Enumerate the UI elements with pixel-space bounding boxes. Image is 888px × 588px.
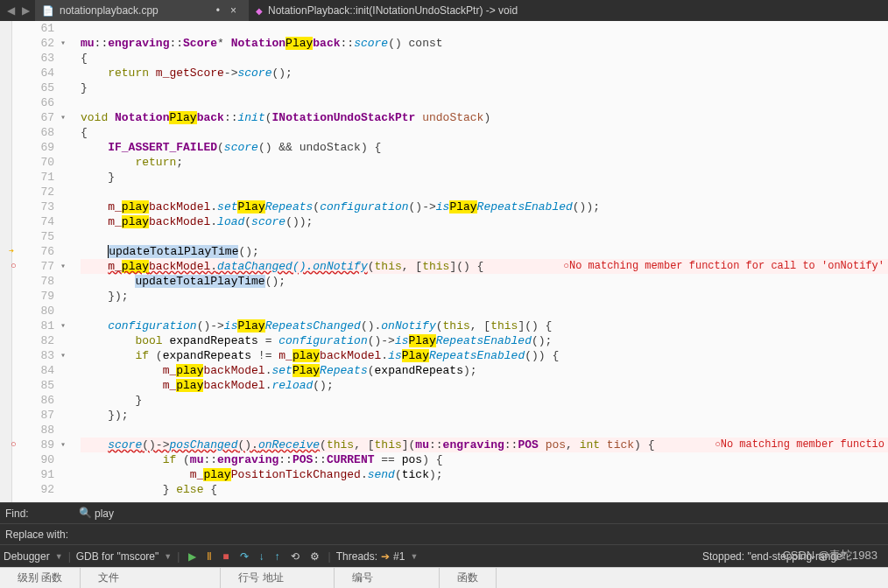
continue-icon[interactable]: ▶ [185,550,200,563]
tool-icon[interactable]: ⚙ [307,550,323,563]
code-line[interactable]: m_playbackModel.setPlayRepeats(expandRep… [81,363,888,378]
code-line[interactable] [81,21,888,36]
code-line[interactable]: configuration()->isPlayRepeatsChanged().… [81,318,888,333]
code-line[interactable]: } [81,393,888,408]
debug-toolbar: Debugger ▼ | GDB for "mscore" ▼ | ▶ Ⅱ ■ … [0,544,888,567]
breakpoint-icon[interactable]: ○ [11,259,17,274]
code-line[interactable]: m_playbackModel.setPlayRepeats(configura… [81,200,888,214]
gutter-line[interactable]: 75 [12,229,68,244]
gutter-line[interactable]: 83▾ [12,348,68,363]
code-line[interactable]: void NotationPlayback::init(INotationUnd… [81,110,888,125]
step-into-icon[interactable]: ↓ [256,550,268,563]
gutter-line[interactable]: 68 [12,125,68,140]
code-line[interactable]: if (mu::engraving::POS::CURRENT == pos) … [81,452,888,467]
gutter-line[interactable]: 91 [12,467,68,482]
stop-icon[interactable]: ■ [219,550,232,563]
gutter-line[interactable]: 86 [12,393,68,408]
gutter-line[interactable]: 79 [12,289,68,304]
tab-file[interactable]: 文件 [81,568,221,588]
code-line[interactable]: m_playPositionTickChanged.send(tick); [81,467,888,482]
gutter-line[interactable]: 61 [12,21,68,36]
dropdown-icon[interactable]: ▼ [162,552,172,561]
gutter-line[interactable]: 62▾ [12,36,68,51]
gutter-line[interactable]: 80 [12,304,68,318]
find-label: Find: [0,508,74,520]
code-line[interactable] [81,423,888,438]
dropdown-icon[interactable]: ▼ [408,552,418,561]
code-line[interactable]: }); [81,289,888,304]
code-area[interactable]: mu::engraving::Score* NotationPlayback::… [74,21,888,502]
code-line[interactable]: IF_ASSERT_FAILED(score() && undoStack) { [81,140,888,155]
debugger-label[interactable]: Debugger [4,550,50,563]
gutter-line[interactable]: 78 [12,274,68,289]
gutter-line[interactable]: 73 [12,200,68,214]
breadcrumb[interactable]: ◆ NotationPlayback::init(INotationUndoSt… [249,4,525,17]
gutter-line[interactable]: 72 [12,185,68,200]
error-message: ○No matching member function for call to… [563,259,884,274]
code-line[interactable]: updateTotalPlayTime(); [81,274,888,289]
nav-back-icon[interactable]: ◀ [7,4,15,17]
gutter-line[interactable]: 71 [12,170,68,185]
gutter-line[interactable]: 65 [12,80,68,95]
gutter-line[interactable]: 90 [12,452,68,467]
tab-level[interactable]: 级别 函数 [0,568,81,588]
pause-icon[interactable]: Ⅱ [203,550,215,563]
nav-arrows: ◀ ▶ [2,4,35,17]
code-line[interactable] [81,185,888,200]
gutter-line[interactable]: 82 [12,333,68,348]
gutter-line[interactable]: 84 [12,363,68,378]
code-line[interactable]: return; [81,155,888,170]
gutter-line[interactable]: 64 [12,66,68,80]
gutter-line[interactable]: ➔76 [12,244,68,259]
gutter-line[interactable]: 88 [12,423,68,438]
code-line[interactable]: } else { [81,482,888,497]
watermark: CSDN @毒蛇1983 [782,548,877,564]
tab-close-icon[interactable]: × [225,4,242,17]
gutter-line[interactable]: ○89▾ [12,438,68,452]
gutter-line[interactable]: ○77▾ [12,259,68,274]
gutter-line[interactable]: 67▾ [12,110,68,125]
code-line[interactable]: if (expandRepeats != m_playbackModel.isP… [81,348,888,363]
code-line[interactable]: updateTotalPlayTime(); [81,244,888,259]
gutter-line[interactable]: 70 [12,155,68,170]
code-line[interactable]: return m_getScore->score(); [81,66,888,80]
find-input[interactable] [74,504,888,523]
gutter-line[interactable]: 63 [12,51,68,66]
file-tab[interactable]: 📄 notationplayback.cpp • × [35,0,249,21]
code-line[interactable]: m_playbackModel.load(score()); [81,214,888,229]
tab-line[interactable]: 行号 地址 [221,568,335,588]
code-line[interactable]: { [81,51,888,66]
gdb-selector[interactable]: GDB for "mscore" [76,550,159,563]
gutter-line[interactable]: 85 [12,378,68,393]
find-replace-panel: Find: 🔍 Replace with: [0,502,888,544]
gutter-line[interactable]: 66 [12,95,68,110]
gutter-line[interactable]: 87 [12,408,68,423]
code-line[interactable]: mu::engraving::Score* NotationPlayback::… [81,36,888,51]
code-line[interactable] [81,95,888,110]
gutter-line[interactable]: 74 [12,214,68,229]
step-over-icon[interactable]: ↷ [236,550,252,563]
code-line[interactable]: score()->posChanged().onReceive(this, [t… [81,438,888,452]
gutter-line[interactable]: 81▾ [12,318,68,333]
code-line[interactable]: }); [81,408,888,423]
tab-func[interactable]: 函数 [440,568,497,588]
code-line[interactable]: m_playbackModel.dataChanged().onNotify(t… [81,259,888,274]
code-line[interactable]: { [81,125,888,140]
code-line[interactable]: } [81,80,888,95]
code-line[interactable] [81,304,888,318]
gutter-line[interactable]: 92 [12,482,68,497]
breakpoint-icon[interactable]: ○ [11,438,17,452]
tab-num[interactable]: 编号 [335,568,440,588]
gutter-line[interactable]: 69 [12,140,68,155]
code-line[interactable]: bool expandRepeats = configuration()->is… [81,333,888,348]
restart-icon[interactable]: ⟲ [287,550,303,563]
code-line[interactable] [81,229,888,244]
code-line[interactable]: m_playbackModel.reload(); [81,378,888,393]
dropdown-icon[interactable]: ▼ [53,552,63,561]
thread-value[interactable]: #1 [393,550,405,563]
replace-input[interactable] [74,525,888,544]
nav-forward-icon[interactable]: ▶ [22,4,30,17]
step-out-icon[interactable]: ↑ [271,550,284,563]
code-line[interactable]: } [81,170,888,185]
error-message: ○No matching member functio [715,438,884,452]
